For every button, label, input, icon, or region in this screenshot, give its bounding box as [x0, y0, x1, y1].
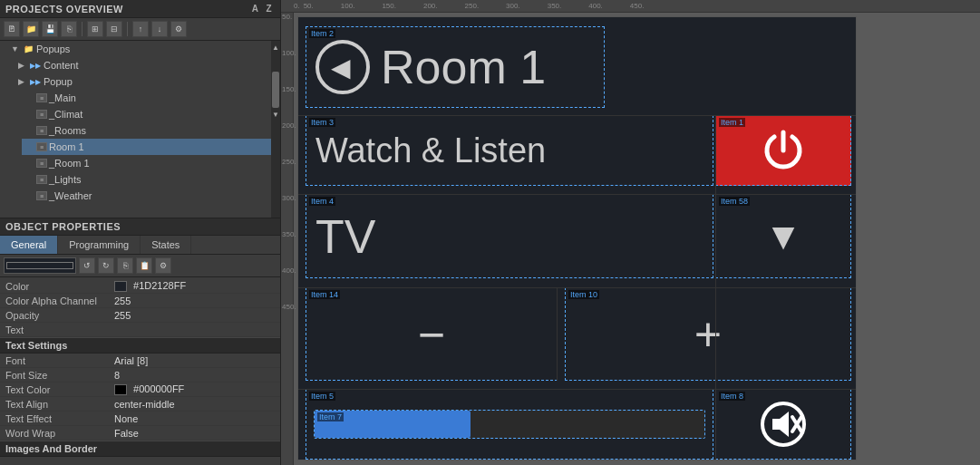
item-tv[interactable]: Item 4 TV	[306, 194, 713, 278]
toolbar-paste-btn[interactable]: 📋	[136, 257, 152, 274]
prop-value-textalign: center-middle	[114, 399, 275, 410]
tab-general[interactable]: General	[0, 236, 58, 254]
ruler-left-100: 100.	[281, 49, 293, 85]
prop-label-textalign: Text Align	[5, 399, 114, 410]
tab-programming[interactable]: Programming	[58, 236, 141, 254]
item-icon: ≡	[36, 110, 47, 119]
ruler-mark-400: 400.	[588, 2, 603, 10]
toolbar-btn-grid[interactable]: ⊞	[87, 21, 103, 37]
canvas-main[interactable]: Item 2 ◀ Room 1 Item 3 Watch & Listen It…	[294, 13, 980, 465]
tree-label: Content	[44, 60, 79, 71]
toolbar-btn-folder[interactable]: 📁	[23, 21, 39, 37]
toolbar-btn-settings[interactable]: ⚙	[170, 21, 187, 37]
tree-item-popups[interactable]: ▼ 📁 Popups	[7, 41, 271, 57]
ruler-mark-50: 50.	[304, 2, 314, 10]
tree-item-lights[interactable]: ≡ _Lights	[22, 171, 271, 188]
item-icon: ≡	[36, 93, 47, 102]
obj-props-toolbar: ↺ ↻ ⎘ 📋 ⚙	[0, 255, 280, 277]
prop-label-color: Color	[5, 281, 114, 292]
tree-item-popup[interactable]: ▶ ▶▶ Popup	[15, 73, 271, 90]
toolbar-btn-down[interactable]: ↓	[151, 21, 168, 37]
tree-label: _Climat	[49, 109, 82, 120]
scroll-up-arrow[interactable]: ▲	[271, 41, 280, 53]
item-icon: ≡	[36, 159, 47, 168]
projects-scrollbar[interactable]: ▲ ▼	[271, 41, 280, 218]
scroll-thumb[interactable]	[272, 72, 279, 108]
item-8-label: Item 8	[719, 392, 745, 401]
dropdown-arrow-icon: ▼	[764, 215, 802, 258]
header-btn-a[interactable]: A	[249, 3, 262, 15]
prop-value-alpha: 255	[114, 295, 275, 306]
projects-overview-title: PROJECTS OVERVIEW	[5, 4, 123, 15]
ui-canvas: Item 2 ◀ Room 1 Item 3 Watch & Listen It…	[297, 16, 857, 460]
color-picker[interactable]	[4, 257, 76, 274]
obj-props-title: OBJECT PROPERTIES	[5, 221, 121, 232]
ruler-mark-100: 100.	[341, 2, 355, 10]
prop-label-alpha: Color Alpha Channel	[5, 295, 114, 306]
tab-states[interactable]: States	[141, 236, 191, 254]
item-power-button[interactable]: Item 1	[715, 115, 851, 186]
toolbar-separator-2	[127, 22, 128, 36]
item-mute-button[interactable]: Item 8	[715, 389, 851, 460]
minus-icon: −	[418, 307, 445, 362]
prop-label-textcolor: Text Color	[5, 384, 114, 395]
toolbar-btn-new[interactable]: 🖹	[4, 21, 20, 37]
tree-item-room1[interactable]: ≡ Room 1	[22, 139, 271, 155]
item-14-label: Item 14	[309, 290, 340, 299]
tree-item-climat[interactable]: ≡ _Climat	[22, 106, 271, 122]
v-divider-1	[715, 115, 716, 460]
toolbar-btn-save[interactable]: 💾	[42, 21, 58, 37]
tree-item-room1-alt[interactable]: ≡ _Room 1	[22, 155, 271, 171]
ruler-mark-150: 150.	[382, 2, 396, 10]
prop-value-font: Arial [8]	[114, 355, 275, 366]
folder-icon: 📁	[22, 43, 34, 55]
item-10-label: Item 10	[568, 290, 599, 299]
text-color-swatch	[114, 384, 127, 395]
ruler-mark-450: 450.	[630, 2, 645, 10]
prop-row-alpha: Color Alpha Channel 255	[0, 294, 280, 308]
tree-item-content[interactable]: ▶ ▶▶ Content	[15, 57, 271, 73]
back-arrow[interactable]: ◀	[315, 40, 370, 94]
toolbar-btn-up[interactable]: ↑	[132, 21, 149, 37]
item-icon: ≡	[36, 142, 47, 151]
h-divider-3	[298, 287, 856, 288]
item-room1[interactable]: Item 2 ◀ Room 1	[306, 26, 605, 108]
item-minus[interactable]: Item 14 −	[306, 287, 558, 381]
toolbar-btn-copy[interactable]: ⎘	[61, 21, 77, 37]
watch-listen-text: Watch & Listen	[306, 131, 546, 170]
scroll-down-arrow[interactable]: ▼	[271, 108, 280, 121]
canvas-area: 0. 50. 100. 150. 200. 250. 300. 350. 400…	[281, 0, 980, 465]
tree-label: _Weather	[49, 190, 92, 201]
toolbar-redo-btn[interactable]: ↻	[98, 257, 114, 274]
tree-item-weather[interactable]: ≡ _Weather	[22, 188, 271, 204]
header-btn-z[interactable]: Z	[263, 3, 275, 15]
ruler-origin: 0.	[294, 2, 300, 10]
item-slider-area[interactable]: Item 5 Item 7	[306, 389, 713, 460]
tree-item-rooms[interactable]: ≡ _Rooms	[22, 122, 271, 139]
prop-row-texteffect: Text Effect None	[0, 412, 280, 426]
toolbar-copy-btn[interactable]: ⎘	[117, 257, 133, 274]
object-properties-tabs: General Programming States	[0, 236, 280, 255]
prop-row-wordwrap: Word Wrap False	[0, 426, 280, 441]
prop-row-text: Text	[0, 323, 280, 337]
toolbar-gear-btn[interactable]: ⚙	[155, 257, 171, 274]
tree-label: Popup	[44, 76, 73, 87]
item-58-label: Item 58	[719, 197, 750, 206]
tree-label: _Rooms	[49, 125, 86, 136]
toolbar-btn-export[interactable]: ⊟	[106, 21, 122, 37]
ruler-left-400: 400.	[281, 266, 293, 303]
section-images-border: Images And Border	[0, 441, 280, 457]
item-plus[interactable]: Item 10 +	[565, 287, 851, 381]
tree-label: Popups	[36, 44, 70, 54]
item-watch-listen[interactable]: Item 3 Watch & Listen	[306, 115, 713, 186]
toolbar-undo-btn[interactable]: ↺	[79, 257, 95, 274]
header-buttons: A Z	[249, 3, 275, 15]
prop-label-opacity: Opacity	[5, 310, 114, 321]
toggle-icon: ▶	[18, 61, 29, 70]
prop-value-opacity: 255	[114, 310, 275, 321]
projects-toolbar: 🖹 📁 💾 ⎘ ⊞ ⊟ ↑ ↓ ⚙	[0, 18, 280, 41]
tree-item-main[interactable]: ≡ _Main	[22, 90, 271, 106]
object-properties-body: Color #1D2128FF Color Alpha Channel 255 …	[0, 277, 280, 465]
item-dropdown[interactable]: Item 58 ▼	[715, 194, 851, 278]
color-swatch	[114, 281, 127, 292]
